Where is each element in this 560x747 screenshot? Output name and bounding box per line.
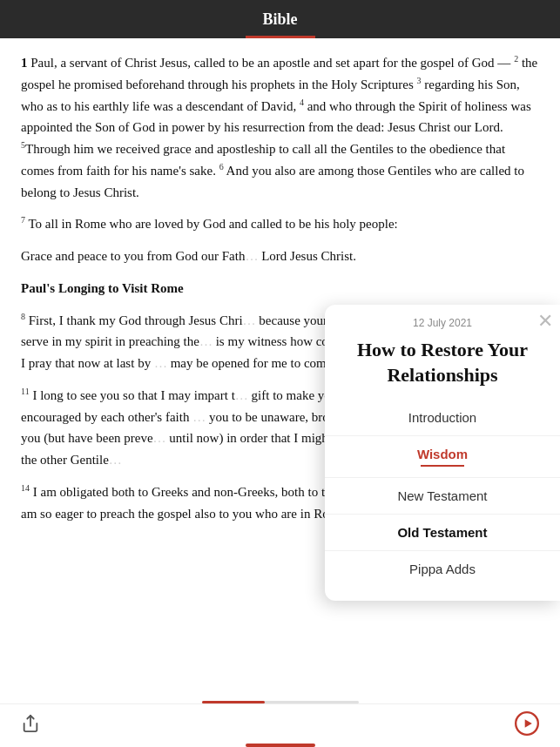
overlay-date: 12 July 2021 <box>325 305 560 333</box>
sup-11: 11 <box>21 387 30 396</box>
header-indicator <box>246 36 315 38</box>
bottom-bar-progress-indicator <box>246 744 315 747</box>
verse-num-1: 1 <box>21 56 28 70</box>
sup-8: 8 <box>21 312 25 321</box>
sup-4: 4 <box>300 98 304 107</box>
section-heading-longing: Paul's Longing to Visit Rome <box>21 278 539 299</box>
app-title: Bible <box>248 7 311 32</box>
svg-marker-2 <box>525 719 532 727</box>
overlay-menu: Introduction Wisdom New Testament Old Te… <box>325 400 560 587</box>
app-header: Bible <box>0 0 560 38</box>
overlay-title: How to Restore Your Relationships <box>325 333 560 400</box>
verse-grace: Grace and peace to you from God our Fath… <box>21 246 539 267</box>
section-heading-text: Paul's Longing to Visit Rome <box>21 278 539 299</box>
menu-item-new-testament[interactable]: New Testament <box>325 478 560 515</box>
close-overlay-button[interactable]: ✕ <box>537 310 553 333</box>
menu-item-introduction[interactable]: Introduction <box>325 400 560 436</box>
verse-1: 1 Paul, a servant of Christ Jesus, calle… <box>21 52 539 203</box>
sup-2: 2 <box>514 54 518 64</box>
sup-7: 7 <box>21 215 25 225</box>
menu-item-pippa-adds[interactable]: Pippa Adds <box>325 551 560 587</box>
play-icon <box>515 711 539 736</box>
menu-item-old-testament[interactable]: Old Testament <box>325 515 560 551</box>
verse-7: 7 To all in Rome who are loved by God an… <box>21 213 539 235</box>
play-button[interactable] <box>515 711 539 741</box>
share-icon <box>21 714 40 733</box>
sup-3: 3 <box>417 76 422 85</box>
menu-item-wisdom[interactable]: Wisdom <box>325 436 560 478</box>
bottom-bar <box>0 703 560 747</box>
sup-14: 14 <box>21 483 30 493</box>
sup-6: 6 <box>219 162 224 172</box>
overlay-card: 12 July 2021 How to Restore Your Relatio… <box>325 305 560 601</box>
sup-5: 5 <box>21 140 25 150</box>
share-button[interactable] <box>21 714 40 738</box>
